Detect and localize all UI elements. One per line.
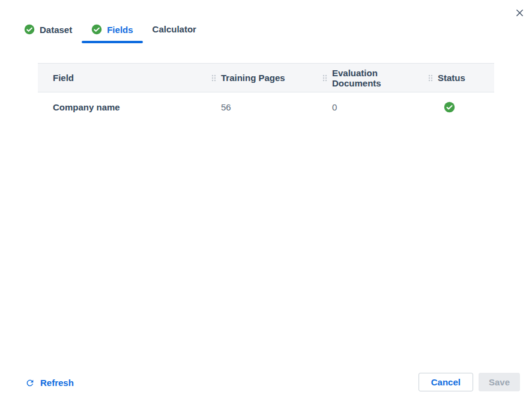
tab-bar: Dataset Fields Calculator — [14, 23, 532, 42]
column-header-field: Field — [38, 73, 211, 83]
table-row: Company name 56 0 — [38, 92, 494, 121]
column-header-label: Evaluation Documents — [332, 68, 428, 88]
drag-handle-icon[interactable] — [322, 74, 327, 82]
column-header-label: Training Pages — [221, 73, 285, 83]
check-circle-icon — [444, 101, 455, 113]
footer-actions: Cancel Save — [419, 373, 520, 391]
tab-label: Fields — [107, 25, 133, 35]
refresh-button[interactable]: Refresh — [25, 378, 74, 388]
close-icon — [515, 8, 524, 17]
status-cell — [428, 101, 494, 113]
evaluation-documents-cell: 0 — [322, 102, 428, 112]
column-header-label: Status — [438, 73, 465, 83]
column-header-evaluation-documents: Evaluation Documents — [322, 68, 428, 88]
tab-label: Dataset — [40, 25, 72, 35]
column-header-training-pages: Training Pages — [211, 73, 322, 83]
save-button[interactable]: Save — [479, 373, 520, 391]
check-circle-icon — [91, 24, 102, 35]
fields-table: Field Training Pages Evaluation Document… — [38, 63, 494, 121]
check-circle-icon — [24, 24, 35, 35]
cancel-button[interactable]: Cancel — [419, 373, 473, 391]
tab-calculator[interactable]: Calculator — [143, 23, 206, 41]
tab-dataset[interactable]: Dataset — [14, 23, 82, 42]
training-pages-cell: 56 — [211, 102, 322, 112]
column-header-status: Status — [428, 73, 494, 83]
refresh-icon — [25, 378, 35, 388]
training-pages-value: 56 — [221, 102, 231, 112]
table-header-row: Field Training Pages Evaluation Document… — [38, 63, 494, 92]
tab-label: Calculator — [153, 24, 196, 34]
evaluation-documents-value: 0 — [332, 102, 337, 112]
drag-handle-icon[interactable] — [428, 74, 433, 82]
close-button[interactable] — [513, 6, 526, 19]
drag-handle-icon[interactable] — [211, 74, 216, 82]
tab-fields[interactable]: Fields — [82, 23, 142, 42]
refresh-label: Refresh — [40, 378, 74, 388]
field-name-cell: Company name — [38, 102, 211, 112]
